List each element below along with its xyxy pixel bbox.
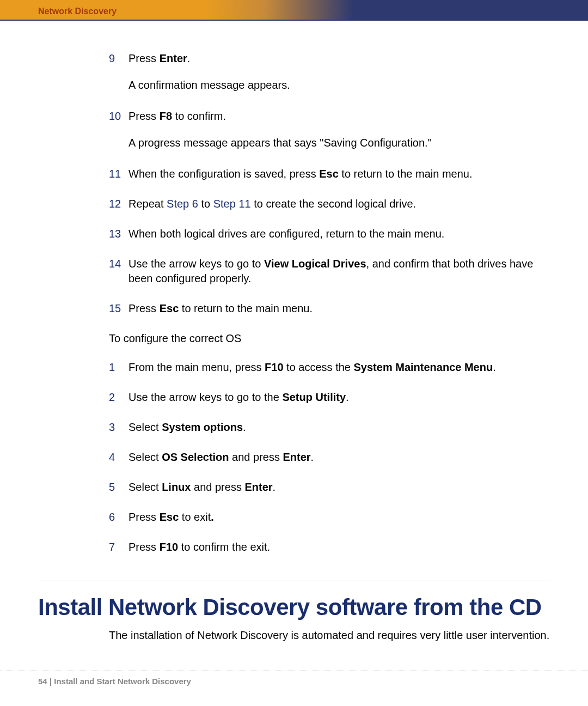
step: 2Use the arrow keys to go to the Setup U… bbox=[109, 390, 550, 405]
step-number: 5 bbox=[109, 480, 128, 495]
step-number: 6 bbox=[109, 510, 128, 525]
step-number: 7 bbox=[109, 540, 128, 555]
step: 5Select Linux and press Enter. bbox=[109, 480, 550, 495]
step: 13When both logical drives are configure… bbox=[109, 227, 550, 241]
section-heading: Install Network Discovery software from … bbox=[38, 594, 550, 620]
step-number: 15 bbox=[109, 301, 128, 316]
step-body: When the configuration is saved, press E… bbox=[128, 167, 550, 181]
step-body: Press Esc to return to the main menu. bbox=[128, 301, 550, 316]
step-number: 2 bbox=[109, 390, 128, 405]
step-body: Select Linux and press Enter. bbox=[128, 480, 550, 495]
page-footer: 54 | Install and Start Network Discovery bbox=[0, 671, 588, 706]
step-number: 10 bbox=[109, 109, 128, 150]
step: 9Press Enter.A confirmation message appe… bbox=[109, 51, 550, 93]
step: 7Press F10 to confirm the exit. bbox=[109, 540, 550, 555]
step-number: 11 bbox=[109, 167, 128, 181]
step-subtext: A confirmation message appears. bbox=[128, 78, 550, 93]
step-body: Select System options. bbox=[128, 420, 550, 435]
step: 6Press Esc to exit. bbox=[109, 510, 550, 525]
step: 1From the main menu, press F10 to access… bbox=[109, 360, 550, 375]
step-body: Press Enter.A confirmation message appea… bbox=[128, 51, 550, 93]
section-body: The installation of Network Discovery is… bbox=[109, 628, 550, 643]
step-body: From the main menu, press F10 to access … bbox=[128, 360, 550, 375]
footer-text: 54 | Install and Start Network Discovery bbox=[38, 677, 191, 686]
step: 14Use the arrow keys to go to View Logic… bbox=[109, 257, 550, 286]
header-title: Network Discovery bbox=[38, 7, 117, 16]
step-body: Press F8 to confirm.A progress message a… bbox=[128, 109, 550, 150]
step-body: Select OS Selection and press Enter. bbox=[128, 450, 550, 465]
step-body: Repeat Step 6 to Step 11 to create the s… bbox=[128, 197, 550, 211]
main-content: 9Press Enter.A confirmation message appe… bbox=[0, 21, 588, 555]
step: 15Press Esc to return to the main menu. bbox=[109, 301, 550, 316]
step: 12Repeat Step 6 to Step 11 to create the… bbox=[109, 197, 550, 211]
step-body: Use the arrow keys to go to View Logical… bbox=[128, 257, 550, 286]
section-divider bbox=[38, 581, 550, 581]
step-subtext: A progress message appears that says "Sa… bbox=[128, 136, 550, 150]
step-number: 12 bbox=[109, 197, 128, 211]
step-number: 4 bbox=[109, 450, 128, 465]
step-body: Use the arrow keys to go to the Setup Ut… bbox=[128, 390, 550, 405]
step: 11When the configuration is saved, press… bbox=[109, 167, 550, 181]
step-body: Press F10 to confirm the exit. bbox=[128, 540, 550, 555]
header-bar: Network Discovery bbox=[0, 0, 588, 21]
step-body: Press Esc to exit. bbox=[128, 510, 550, 525]
step-number: 14 bbox=[109, 257, 128, 286]
step-number: 9 bbox=[109, 51, 128, 93]
step-number: 1 bbox=[109, 360, 128, 375]
step: 10Press F8 to confirm.A progress message… bbox=[109, 109, 550, 150]
step-number: 3 bbox=[109, 420, 128, 435]
step-number: 13 bbox=[109, 227, 128, 241]
subheading: To configure the correct OS bbox=[109, 331, 550, 346]
step: 4Select OS Selection and press Enter. bbox=[109, 450, 550, 465]
step: 3Select System options. bbox=[109, 420, 550, 435]
step-body: When both logical drives are configured,… bbox=[128, 227, 550, 241]
